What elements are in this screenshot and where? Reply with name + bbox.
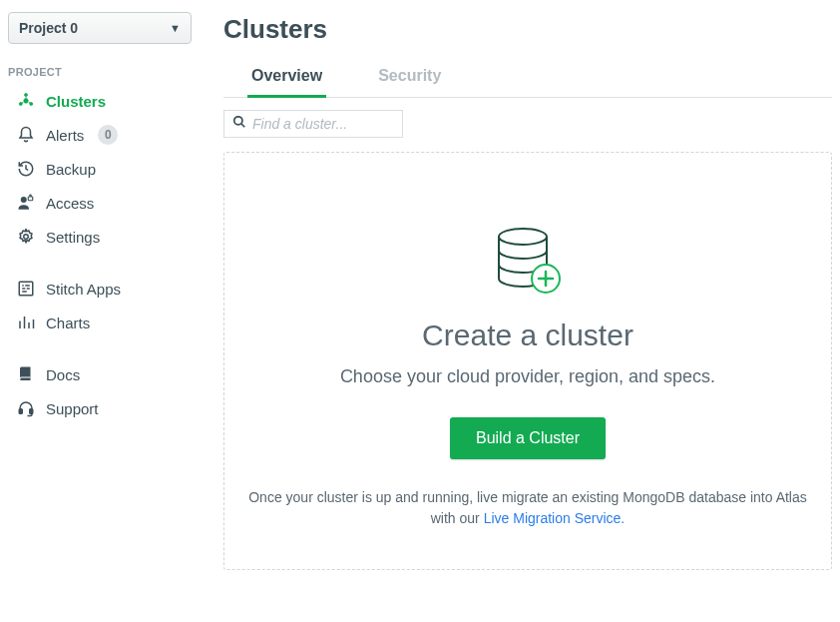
sidebar-item-label: Stitch Apps xyxy=(46,281,121,298)
svg-point-3 xyxy=(30,103,33,106)
project-selector-label: Project 0 xyxy=(19,20,78,36)
alerts-count-badge: 0 xyxy=(98,125,118,145)
history-icon xyxy=(16,159,36,179)
build-cluster-button[interactable]: Build a Cluster xyxy=(450,417,606,459)
empty-state-panel: Create a cluster Choose your cloud provi… xyxy=(223,152,832,570)
page-title: Clusters xyxy=(223,14,832,45)
empty-state-footer: Once your cluster is up and running, liv… xyxy=(248,487,807,529)
nav-divider xyxy=(6,254,200,272)
search-icon xyxy=(232,115,246,133)
book-icon xyxy=(16,364,36,384)
svg-point-1 xyxy=(25,94,28,97)
apps-icon xyxy=(16,279,36,299)
sidebar-item-settings[interactable]: Settings xyxy=(6,220,200,254)
nav-divider xyxy=(6,339,200,357)
svg-point-6 xyxy=(24,235,29,240)
svg-point-2 xyxy=(19,103,22,106)
sidebar-item-clusters[interactable]: Clusters xyxy=(6,84,200,118)
gear-icon xyxy=(16,227,36,247)
sidebar-item-label: Support xyxy=(46,400,99,417)
sidebar-item-support[interactable]: Support xyxy=(6,391,200,425)
sidebar-item-label: Settings xyxy=(46,229,100,246)
empty-state-title: Create a cluster xyxy=(248,318,807,352)
sidebar-item-access[interactable]: Access xyxy=(6,186,200,220)
sidebar-section-label: PROJECT xyxy=(8,66,200,78)
tab-security[interactable]: Security xyxy=(374,67,445,98)
svg-point-11 xyxy=(499,229,547,245)
bell-icon xyxy=(16,125,36,145)
sidebar-item-label: Access xyxy=(46,195,94,212)
sidebar-item-label: Charts xyxy=(46,314,90,331)
svg-point-10 xyxy=(234,117,242,125)
svg-rect-5 xyxy=(28,197,33,201)
svg-rect-9 xyxy=(30,409,33,414)
sidebar-item-backup[interactable]: Backup xyxy=(6,152,200,186)
bar-chart-icon xyxy=(16,312,36,332)
svg-point-4 xyxy=(21,197,27,203)
chevron-down-icon: ▼ xyxy=(170,22,181,34)
tabs: Overview Security xyxy=(223,67,832,98)
project-selector[interactable]: Project 0 ▼ xyxy=(8,12,192,44)
headset-icon xyxy=(16,398,36,418)
empty-state-subtitle: Choose your cloud provider, region, and … xyxy=(248,366,807,387)
sidebar-item-docs[interactable]: Docs xyxy=(6,357,200,391)
sidebar-item-alerts[interactable]: Alerts 0 xyxy=(6,118,200,152)
user-lock-icon xyxy=(16,193,36,213)
search-container xyxy=(223,110,403,138)
sidebar-item-label: Docs xyxy=(46,366,80,383)
database-plus-icon xyxy=(248,225,807,297)
sidebar-item-stitch-apps[interactable]: Stitch Apps xyxy=(6,272,200,306)
search-input[interactable] xyxy=(252,116,394,132)
sidebar-item-label: Backup xyxy=(46,161,96,178)
sidebar-item-label: Clusters xyxy=(46,93,106,110)
tab-overview[interactable]: Overview xyxy=(247,67,326,98)
svg-rect-7 xyxy=(19,282,33,296)
svg-rect-8 xyxy=(19,409,22,414)
sidebar-item-label: Alerts xyxy=(46,127,84,144)
cluster-icon xyxy=(16,91,36,111)
live-migration-link[interactable]: Live Migration Service. xyxy=(484,510,626,526)
sidebar-item-charts[interactable]: Charts xyxy=(6,306,200,339)
